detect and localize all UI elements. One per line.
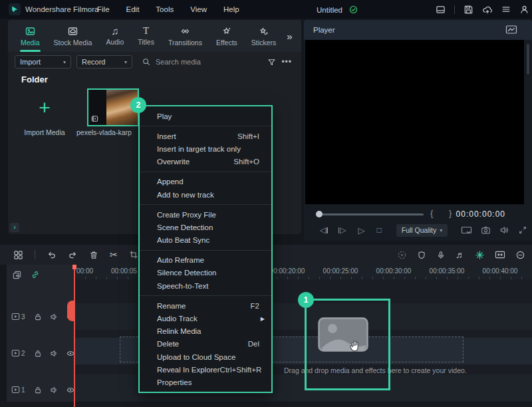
more-options-icon[interactable]: ••• bbox=[281, 57, 292, 67]
track-header-3[interactable]: 3 bbox=[0, 311, 75, 322]
import-media-tile[interactable]: + bbox=[21, 88, 68, 127]
tab-transitions[interactable]: Transitions bbox=[165, 25, 205, 48]
redo-icon[interactable] bbox=[68, 250, 78, 260]
more-tabs-chevrons-icon[interactable]: » bbox=[287, 31, 291, 42]
menu-item-auto-reframe[interactable]: Auto Reframe bbox=[140, 254, 271, 267]
menu-item-create-proxy-file[interactable]: Create Proxy File bbox=[140, 208, 271, 221]
playhead-grip[interactable] bbox=[67, 301, 74, 321]
track-header-1[interactable]: 1 bbox=[0, 384, 75, 395]
seek-handle[interactable] bbox=[316, 211, 323, 217]
lock-track-icon[interactable] bbox=[34, 349, 42, 358]
menu-item-audio-track[interactable]: Audio Track▶ bbox=[140, 312, 271, 325]
next-frame-button[interactable]: ▷ bbox=[338, 225, 346, 235]
tab-titles[interactable]: T Titles bbox=[134, 25, 158, 47]
ruler-tick bbox=[319, 277, 320, 279]
mark-in-button[interactable]: { bbox=[430, 208, 433, 218]
menu-item-rename[interactable]: RenameF2 bbox=[140, 299, 271, 312]
snapshot-camera-icon[interactable] bbox=[481, 225, 491, 235]
mark-out-button[interactable]: } bbox=[449, 208, 452, 218]
manage-tracks-icon[interactable] bbox=[12, 270, 22, 280]
mute-track-icon[interactable] bbox=[50, 349, 59, 358]
menu-item-play[interactable]: Play bbox=[140, 110, 271, 122]
render-preview-icon[interactable] bbox=[397, 250, 407, 260]
playhead-line[interactable] bbox=[74, 265, 75, 407]
chevron-down-icon: ▾ bbox=[124, 59, 127, 65]
hamburger-menu-icon[interactable] bbox=[501, 5, 511, 14]
play-button[interactable]: ▷ bbox=[358, 225, 364, 235]
mute-track-icon[interactable] bbox=[50, 313, 59, 321]
menu-item-insert[interactable]: InsertShift+I bbox=[140, 130, 271, 142]
menu-item-speech-to-text[interactable]: Speech-to-Text bbox=[140, 279, 271, 292]
voiceover-mic-icon[interactable] bbox=[436, 250, 446, 260]
menu-item-shortcut: Ctrl+Shift+R bbox=[220, 366, 262, 374]
zoom-out-icon[interactable] bbox=[515, 250, 525, 260]
menu-file[interactable]: File bbox=[97, 5, 110, 13]
timeline-scrollbar-area[interactable] bbox=[0, 402, 532, 407]
search-input[interactable] bbox=[156, 58, 255, 66]
mask-shield-icon[interactable] bbox=[417, 250, 426, 260]
tab-stock-media[interactable]: Stock Media bbox=[51, 25, 96, 48]
menu-item-overwrite[interactable]: OverwriteShift+O bbox=[140, 156, 271, 168]
previous-frame-button[interactable]: ◁ bbox=[320, 225, 328, 235]
quality-selector[interactable]: Full Quality ▾ bbox=[396, 224, 448, 237]
link-clips-icon[interactable] bbox=[31, 270, 40, 279]
filmora-logo-icon bbox=[9, 3, 21, 15]
menu-item-label: Overwrite bbox=[157, 158, 233, 166]
tab-stickers[interactable]: Stickers bbox=[248, 25, 279, 48]
save-icon[interactable] bbox=[464, 5, 473, 15]
tab-effects[interactable]: Effects bbox=[213, 25, 241, 48]
seek-bar[interactable] bbox=[319, 213, 424, 215]
user-account-icon[interactable] bbox=[519, 5, 529, 15]
cloud-upload-icon[interactable] bbox=[482, 5, 493, 15]
project-name[interactable]: Untitled bbox=[317, 6, 342, 14]
crop-icon[interactable] bbox=[129, 250, 138, 259]
audio-mixer-icon[interactable]: ♬ bbox=[456, 250, 465, 259]
zoom-to-fit-icon[interactable] bbox=[495, 250, 505, 259]
tab-audio[interactable]: ♫ Audio bbox=[102, 25, 127, 47]
delete-trash-icon[interactable] bbox=[89, 250, 98, 260]
toolbar-divider bbox=[35, 250, 35, 259]
menu-item-silence-detection[interactable]: Silence Detection bbox=[140, 267, 271, 279]
menu-item-auto-beat-sync[interactable]: Auto Beat Sync bbox=[140, 234, 271, 247]
playhead-cap[interactable] bbox=[72, 265, 76, 269]
scopes-icon[interactable] bbox=[505, 25, 517, 35]
menu-item-properties[interactable]: Properties bbox=[140, 376, 271, 388]
undo-icon[interactable] bbox=[47, 250, 57, 260]
collapse-panel-button[interactable]: › bbox=[10, 223, 19, 232]
mute-track-icon[interactable] bbox=[50, 386, 59, 394]
audio-tab-icon: ♫ bbox=[111, 26, 118, 36]
menu-item-add-to-new-track[interactable]: Add to new track bbox=[140, 188, 271, 201]
track-header-2[interactable]: 2 bbox=[0, 348, 75, 358]
menu-edit[interactable]: Edit bbox=[126, 5, 140, 13]
menu-item-label: Relink Media bbox=[157, 327, 259, 335]
menu-item-upload-to-cloud-space[interactable]: Upload to Cloud Space bbox=[140, 350, 271, 363]
import-dropdown[interactable]: Import ▾ bbox=[15, 55, 71, 68]
menu-item-insert-in-target-track-only[interactable]: Insert in target track only bbox=[140, 142, 271, 155]
display-output-icon[interactable] bbox=[461, 225, 472, 235]
menu-item-append[interactable]: Append bbox=[140, 176, 271, 188]
record-dropdown[interactable]: Record ▾ bbox=[76, 55, 132, 68]
volume-icon[interactable] bbox=[499, 225, 509, 235]
menu-view[interactable]: View bbox=[190, 5, 207, 13]
layout-panel-icon[interactable] bbox=[436, 5, 446, 15]
menu-item-scene-detection[interactable]: Scene Detection bbox=[140, 221, 271, 233]
player-scrollbar[interactable] bbox=[527, 44, 529, 74]
filter-icon[interactable] bbox=[267, 58, 276, 67]
tab-media[interactable]: Media bbox=[17, 25, 43, 48]
lock-track-icon[interactable] bbox=[34, 313, 42, 321]
video-preview-area[interactable] bbox=[305, 40, 524, 204]
menu-tools[interactable]: Tools bbox=[156, 5, 174, 13]
menu-item-relink-media[interactable]: Relink Media bbox=[140, 325, 271, 338]
ruler-tick bbox=[351, 277, 352, 279]
menu-item-delete[interactable]: DeleteDel bbox=[140, 338, 271, 350]
layout-grid-icon[interactable] bbox=[13, 250, 23, 260]
split-scissors-icon[interactable]: ✂ bbox=[110, 250, 118, 259]
lock-track-icon[interactable] bbox=[34, 386, 42, 394]
ruler-tick bbox=[521, 277, 522, 279]
menu-item-reveal-in-explorer[interactable]: Reveal In ExplorerCtrl+Shift+R bbox=[140, 363, 271, 376]
menu-help[interactable]: Help bbox=[223, 5, 239, 13]
effects-burst-icon[interactable] bbox=[475, 250, 485, 260]
fullscreen-icon[interactable] bbox=[518, 225, 527, 235]
stop-button[interactable]: □ bbox=[376, 225, 381, 235]
stock-media-tab-icon bbox=[67, 26, 78, 37]
